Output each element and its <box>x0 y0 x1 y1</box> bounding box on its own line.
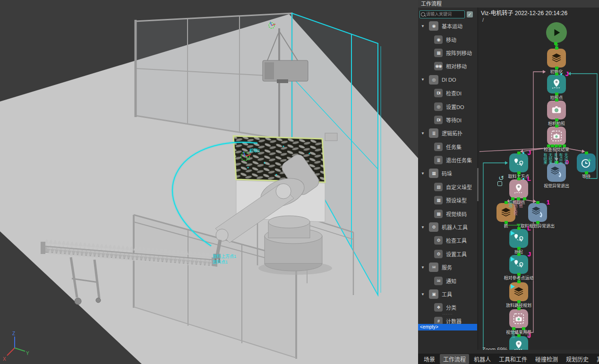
node-place-path-plan[interactable]: 放料路径规划 <box>509 282 528 301</box>
output-port[interactable] <box>585 171 588 174</box>
tab-robot[interactable]: 机器人 <box>471 354 494 364</box>
output-port[interactable] <box>517 300 521 303</box>
filter-checkbox[interactable]: ✓ <box>467 11 473 17</box>
output-port[interactable] <box>558 144 562 147</box>
sidebar-item-custom-pallet[interactable]: ▧自定义垛型 <box>418 180 477 194</box>
output-port[interactable] <box>554 42 557 45</box>
sidebar-item-robot-tools[interactable]: ⚙机器人工具 <box>418 220 477 234</box>
input-port[interactable] <box>517 253 521 256</box>
search-box[interactable] <box>419 10 465 18</box>
axis-x-label: X <box>3 356 6 362</box>
output-port[interactable] <box>512 327 515 330</box>
sidebar-item-basic-motion[interactable]: ◉基本运动 <box>418 19 477 33</box>
pin-grid-icon: ▦ <box>434 49 443 57</box>
expander-icon[interactable] <box>421 24 426 28</box>
output-port[interactable] <box>563 144 566 147</box>
sidebar-item-notify[interactable]: ✉通知 <box>418 274 477 287</box>
output-port[interactable] <box>555 93 558 95</box>
resize-handle[interactable]: ······ <box>418 312 477 316</box>
sidebar-item-vision-continue-pallet[interactable]: ▩视觉续码 <box>418 207 477 220</box>
expander-icon[interactable] <box>421 225 426 229</box>
place-point-label: 放料点1 <box>213 259 228 264</box>
input-port[interactable] <box>517 178 521 180</box>
node-check-vision-result[interactable]: 检查视觉结果 <box>547 127 566 145</box>
3d-viewport[interactable]: 抓取1 <box>0 0 418 364</box>
sidebar-item-move[interactable]: ◉移动 <box>418 33 477 46</box>
expander-icon[interactable] <box>421 265 426 270</box>
output-port[interactable] <box>555 144 558 147</box>
count-badge: 1 <box>547 199 550 206</box>
tab-scene[interactable]: 场景 <box>420 354 438 364</box>
input-port[interactable] <box>517 280 521 283</box>
node-pick-above-point[interactable]: J 取料上方点 <box>509 153 528 172</box>
expander-icon[interactable] <box>421 171 426 176</box>
pin-pair-icon: ◉◉ <box>434 62 443 70</box>
output-port[interactable] <box>505 221 508 224</box>
sidebar-item-wait-di[interactable]: DI等待DI <box>418 113 477 127</box>
node-start[interactable] <box>546 22 567 43</box>
output-port[interactable] <box>522 327 525 330</box>
input-port[interactable] <box>555 99 558 102</box>
sidebar-item-check-di[interactable]: DI检查DI <box>418 86 477 100</box>
sidebar-item-logic-topology[interactable]: ≣逻辑拓扑 <box>418 127 477 140</box>
step-library: ✓ ◉基本运动 ◉移动 ▦按阵列移动 ◉◉相对移动 ◎DI DO DI检查DI … <box>418 8 477 324</box>
sidebar-item-preset-pallet[interactable]: ▦预设垛型 <box>418 194 477 207</box>
selected-step-empty[interactable]: <empty> <box>418 324 477 330</box>
sidebar-item-di-do[interactable]: ◎DI DO <box>418 73 477 86</box>
tab-workflow[interactable]: 工作流程 <box>440 354 469 364</box>
output-port[interactable] <box>547 144 550 147</box>
sidebar-item-palletizing[interactable]: ▦码垛 <box>418 167 477 180</box>
output-port[interactable] <box>517 171 521 174</box>
node-pick-plan-error-exit[interactable]: 1 取料规划异常退出 <box>528 203 547 222</box>
sidebar-item-relative-move[interactable]: ◉◉相对移动 <box>418 59 477 73</box>
tab-plan-history[interactable]: 规划历史 <box>563 354 592 364</box>
sidebar-item-move-by-array[interactable]: ▦按阵列移动 <box>418 46 477 59</box>
graph-edges <box>479 8 599 350</box>
expander-icon[interactable] <box>421 77 426 82</box>
output-port[interactable] <box>555 119 558 121</box>
tab-tools-workpieces[interactable]: 工具和工件 <box>496 354 531 364</box>
node-camera-capture[interactable]: 相机拍照 <box>547 101 566 119</box>
input-port[interactable] <box>585 152 588 154</box>
output-port[interactable] <box>555 67 558 69</box>
expander-icon[interactable] <box>421 292 426 296</box>
sidebar-item-task-set[interactable]: ≣任务集 <box>418 140 477 153</box>
sidebar-item-check-tool[interactable]: ⚙检查工具 <box>418 234 477 247</box>
sidebar-item-exit-task-set[interactable]: ≣退出任务集 <box>418 153 477 167</box>
node-relative-ref-move[interactable]: J 相对参考点运动 <box>509 255 528 274</box>
output-port[interactable] <box>523 197 526 200</box>
pick-point-output-labels: 成功 规划失败 其他 <box>508 200 522 215</box>
node-wait[interactable]: 等待 <box>577 153 596 172</box>
input-port[interactable] <box>505 201 508 204</box>
node-lift[interactable]: L 抬起 <box>509 229 528 248</box>
input-port[interactable] <box>536 201 539 204</box>
input-port[interactable] <box>555 47 558 50</box>
node-vision-error-exit[interactable]: 0 视觉异常退出 <box>547 163 566 182</box>
node-end[interactable]: J <box>509 336 528 350</box>
tab-collision-detection[interactable]: 碰撞检测 <box>532 354 561 364</box>
clock-plus-icon <box>580 157 592 169</box>
sidebar-item-service[interactable]: ✉服务 <box>418 261 477 274</box>
node-pick-point[interactable]: L 抓取点 <box>509 179 528 198</box>
tab-others[interactable]: 其他 <box>593 354 599 364</box>
input-port[interactable] <box>517 227 521 230</box>
input-port[interactable] <box>555 73 558 76</box>
output-port[interactable] <box>517 273 521 276</box>
sidebar-item-set-do[interactable]: ◎设置DO <box>418 100 477 113</box>
node-init[interactable]: 初始化 <box>547 49 566 68</box>
search-input[interactable] <box>426 12 463 17</box>
input-port[interactable] <box>517 307 521 310</box>
input-port[interactable] <box>555 125 558 127</box>
record-icon <box>497 181 502 186</box>
node-vision-result-used-up[interactable]: 视觉结果用尽 <box>509 309 528 328</box>
output-port[interactable] <box>551 144 554 147</box>
sidebar-item-set-tool[interactable]: ⚙设置工具 <box>418 247 477 261</box>
output-port[interactable] <box>517 247 521 250</box>
bottom-tab-bar: 场景 工作流程 机器人 工具和工件 碰撞检测 规划历史 其他 日志 <box>418 354 599 364</box>
expander-icon[interactable] <box>421 131 426 135</box>
sidebar-item-tools[interactable]: ▣工具 <box>418 288 477 301</box>
workflow-graph-canvas[interactable]: Viz-电机转子 2022-12-26 20:14:26 / <box>479 8 599 350</box>
input-port[interactable] <box>517 152 521 154</box>
output-port[interactable] <box>536 221 539 224</box>
node-photo-point[interactable]: J 拍照点 <box>547 75 566 93</box>
